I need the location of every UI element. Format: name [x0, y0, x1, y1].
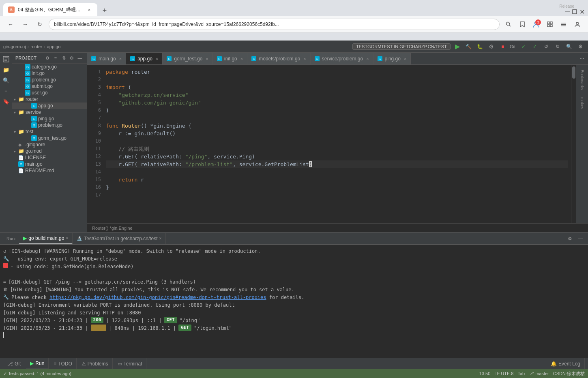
stop-button[interactable]: ■	[498, 42, 507, 51]
bookmark-icon[interactable]	[517, 19, 528, 30]
search-activity-icon[interactable]: 🔍	[1, 75, 11, 85]
tree-folder-service[interactable]: ▾ 📁 service	[12, 109, 87, 115]
window-close-button[interactable]: ✕	[579, 9, 585, 15]
user-account-icon[interactable]	[572, 19, 583, 30]
tree-compact-button[interactable]: ≡	[52, 54, 59, 62]
profile-icon[interactable]: 3	[530, 19, 542, 30]
tree-item-problem2[interactable]: G problem.go	[12, 122, 87, 128]
status-tab-problems[interactable]: ⚠ Problems	[77, 358, 113, 369]
tab-models-problem[interactable]: G models/problem.go ×	[247, 53, 311, 64]
tab-actions: ⋯	[576, 53, 588, 64]
settings-button[interactable]: ⚙	[576, 42, 585, 51]
structure-activity-icon[interactable]: ≡	[1, 86, 11, 96]
refresh-button[interactable]: ↻	[34, 19, 45, 30]
status-tab-eventlog[interactable]: 🔔 Event Log	[547, 358, 585, 369]
tab-close-ping[interactable]: ×	[404, 56, 406, 61]
tab-close-service[interactable]: ×	[366, 56, 369, 61]
tree-more-button[interactable]: ⚙	[68, 54, 75, 62]
tab-close-models[interactable]: ×	[303, 56, 306, 61]
address-bar[interactable]: bilibili.com/video/BV17R4y1c7Td/?p=4&spm…	[49, 19, 500, 30]
status-git-branch[interactable]: ⎇ master	[529, 371, 549, 376]
tree-item-gitignore[interactable]: ◆ .gitignore	[12, 141, 87, 148]
router-breadcrumb[interactable]: router	[30, 44, 42, 49]
close-run-tab[interactable]: ×	[66, 236, 68, 240]
git-push-icon[interactable]: ✓	[530, 42, 539, 51]
tab-close-main[interactable]: ×	[119, 56, 122, 61]
panel-settings-button[interactable]: ⚙	[565, 234, 574, 243]
proxy-link[interactable]: https://pkg.go.dev/github.com/gin-gonic/…	[49, 295, 266, 300]
status-tab-terminal[interactable]: ▭ Terminal	[114, 358, 146, 369]
new-tab-button[interactable]: +	[99, 5, 110, 16]
branch-name: master	[535, 371, 549, 376]
panel-close-button[interactable]: —	[576, 234, 585, 243]
bookmarks-label[interactable]: Bookmarks	[579, 66, 585, 93]
tree-folder-test[interactable]: ▾ 📁 test	[12, 128, 87, 135]
tab-service-problem[interactable]: G service/problem.go ×	[311, 53, 373, 64]
bottom-content[interactable]: ↺ [GIN-debug] [WARNING] Running in "debu…	[0, 245, 588, 358]
tree-folder-router[interactable]: ▾ 📁 router	[12, 96, 87, 103]
tree-folder-gomod[interactable]: ▸ 📁 go.mod	[12, 148, 87, 154]
tree-item-license[interactable]: 📄 LICENSE	[12, 154, 87, 161]
tab-init-go[interactable]: G init.go ×	[213, 53, 247, 64]
makes-label[interactable]: makes	[579, 94, 585, 112]
file-activity-icon[interactable]: 📁	[1, 65, 11, 75]
code-content[interactable]: package router import ( "getcharzp.cn/se…	[103, 65, 571, 223]
status-tab-size[interactable]: Tab	[517, 371, 525, 376]
test-status[interactable]: ✓ Tests passed: 1 (4 minutes ago)	[3, 371, 71, 376]
git-undo-icon[interactable]: ↺	[542, 42, 551, 51]
search-icon[interactable]	[503, 19, 514, 30]
bookmark-activity-icon[interactable]: 🔖	[1, 96, 11, 106]
status-time[interactable]: 13:50	[479, 371, 491, 376]
release-tab-label[interactable]: Release	[558, 0, 576, 12]
search-button[interactable]: 🔍	[564, 42, 573, 51]
git-commit-icon[interactable]: ✓	[519, 42, 528, 51]
tree-collapse-button[interactable]: —	[76, 54, 84, 62]
tree-item-init[interactable]: G init.go	[12, 70, 87, 77]
tab-close-app[interactable]: ×	[156, 56, 158, 61]
tree-item-ping[interactable]: G ping.go	[12, 115, 87, 122]
scrollbar-thumb[interactable]	[572, 66, 575, 79]
tab-close-gorm[interactable]: ×	[206, 56, 208, 61]
tree-item-category[interactable]: G category.go	[12, 64, 87, 70]
status-tab-run[interactable]: ▶ Run	[26, 358, 49, 369]
tab-app-go[interactable]: G app.go ×	[126, 53, 163, 64]
tree-item-submit[interactable]: G submit.go	[12, 83, 87, 90]
bottom-tab-test[interactable]: 🔬 TestGormTest in getcharzp.cn/test ×	[73, 233, 166, 244]
active-tab[interactable]: B 04-整合GIN、GORM_哔哩哔哩 ×	[3, 3, 97, 16]
tree-item-user[interactable]: G user.go	[12, 90, 87, 96]
debug-button[interactable]: 🐛	[476, 42, 485, 51]
tree-item-gorm-test[interactable]: G gorm_test.go	[12, 135, 87, 141]
extensions-icon[interactable]	[544, 19, 556, 30]
tab-gorm-test[interactable]: G gorm_test.go ×	[163, 53, 212, 64]
more-run-options[interactable]: ⚙	[487, 42, 496, 51]
tab-close-init[interactable]: ×	[240, 56, 243, 61]
tree-sort-button[interactable]: ⇅	[60, 54, 67, 62]
tab-main-go[interactable]: G main.go ×	[87, 53, 126, 64]
tree-settings-button[interactable]: ⚙	[44, 54, 51, 62]
build-button[interactable]: 🔨	[464, 42, 473, 51]
tab-close-button[interactable]: ×	[86, 6, 92, 13]
tree-item-main[interactable]: G main.go	[12, 161, 87, 167]
tab-ping-go[interactable]: G ping.go ×	[373, 53, 411, 64]
file-breadcrumb[interactable]: app.go	[47, 44, 61, 49]
menu-icon[interactable]	[558, 19, 569, 30]
tab-more-button[interactable]: ⋯	[577, 54, 586, 63]
tree-item-readme[interactable]: 📄 README.md	[12, 167, 87, 174]
bottom-tab-go-build[interactable]: ▶ go build main.go ×	[19, 233, 73, 244]
status-brand[interactable]: CSDN·徐木成桔	[553, 371, 585, 377]
status-tab-git[interactable]: ⎇ Git	[3, 358, 25, 369]
status-encoding[interactable]: LF UTF-8	[494, 371, 513, 376]
http-200-badge: 200	[91, 317, 104, 323]
project-breadcrumb[interactable]: gin-gorm-oj	[3, 44, 26, 49]
code-editor[interactable]: 12345 678910 1112131415 1617 package rou…	[87, 65, 588, 223]
back-button[interactable]: ←	[5, 19, 16, 30]
tree-item-app[interactable]: G app.go	[12, 103, 87, 109]
close-test-tab[interactable]: ×	[159, 236, 162, 241]
git-refresh-icon[interactable]: ↻	[553, 42, 562, 51]
forward-button[interactable]: →	[19, 19, 31, 30]
status-tab-todo[interactable]: ≡ TODO	[49, 358, 76, 369]
tree-item-problem[interactable]: G problem.go	[12, 77, 87, 83]
run-button[interactable]: ▶	[453, 42, 462, 51]
project-activity-icon[interactable]	[1, 54, 11, 64]
vertical-scrollbar[interactable]	[571, 65, 576, 223]
